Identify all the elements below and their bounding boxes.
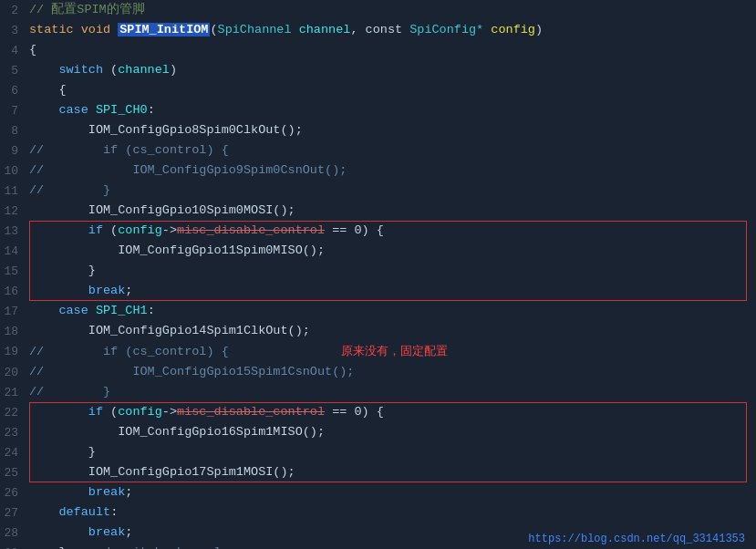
token: // } bbox=[29, 183, 110, 197]
token: IOM_ConfigGpio11Spim0MISO(); bbox=[29, 243, 325, 257]
token: break bbox=[88, 525, 126, 539]
line-content: } bbox=[26, 261, 756, 281]
line-content: IOM_ConfigGpio16Spim1MISO(); bbox=[26, 422, 756, 442]
token: { bbox=[29, 43, 36, 57]
token: static void bbox=[29, 23, 118, 36]
token: == 0) { bbox=[325, 223, 384, 237]
line-content: case SPI_CH1: bbox=[26, 301, 756, 321]
token: SPI_CH0 bbox=[96, 103, 148, 117]
code-line: 4{ bbox=[0, 40, 756, 60]
line-number: 8 bbox=[0, 124, 26, 138]
footer-link: https://blog.csdn.net/qq_33141353 bbox=[528, 533, 745, 545]
token: ) bbox=[170, 63, 177, 77]
code-line: 13 if (config->misc_disable_control == 0… bbox=[0, 221, 756, 241]
line-number: 16 bbox=[0, 285, 26, 298]
line-number: 7 bbox=[0, 104, 26, 118]
token: misc_disable_control bbox=[177, 405, 325, 419]
line-number: 20 bbox=[0, 366, 26, 379]
token: ; bbox=[125, 485, 132, 499]
token: IOM_ConfigGpio14Spim1ClkOut(); bbox=[29, 324, 310, 337]
line-number: 22 bbox=[0, 406, 26, 420]
token: -> bbox=[162, 405, 177, 419]
code-line: 14 IOM_ConfigGpio11Spim0MISO(); bbox=[0, 241, 756, 261]
line-number: 21 bbox=[0, 386, 26, 399]
line-content: if (config->misc_disable_control == 0) { bbox=[26, 402, 756, 422]
line-number: 3 bbox=[0, 24, 26, 37]
token: config bbox=[491, 23, 535, 36]
line-content: IOM_ConfigGpio10Spim0MOSI(); bbox=[26, 201, 756, 221]
line-number: 6 bbox=[0, 84, 26, 98]
code-line: 2// 配置SPIM的管脚 bbox=[0, 0, 756, 20]
token: 原来没有，固定配置 bbox=[302, 344, 448, 357]
code-line: 25 IOM_ConfigGpio17Spim1MOSI(); bbox=[0, 462, 756, 482]
code-line: 24 } bbox=[0, 442, 756, 462]
token: // if (cs_control) { bbox=[29, 143, 229, 157]
token: ( bbox=[103, 63, 118, 77]
token: // IOM_ConfigGpio9Spim0CsnOut(); bbox=[29, 163, 347, 177]
token bbox=[29, 525, 88, 539]
token: IOM_ConfigGpio16Spim1MISO(); bbox=[29, 425, 325, 439]
line-number: 12 bbox=[0, 204, 26, 218]
line-number: 4 bbox=[0, 44, 26, 57]
token bbox=[29, 405, 88, 419]
line-number: 15 bbox=[0, 264, 26, 278]
line-content: // } bbox=[26, 181, 756, 201]
token: channel bbox=[299, 23, 351, 36]
line-number: 14 bbox=[0, 244, 26, 258]
token bbox=[29, 505, 58, 519]
token bbox=[29, 485, 88, 499]
token bbox=[29, 304, 58, 317]
token: } bbox=[29, 264, 96, 277]
code-line: 15 } bbox=[0, 261, 756, 281]
token: if bbox=[88, 405, 103, 419]
token: default bbox=[58, 505, 110, 519]
token: break bbox=[88, 284, 126, 297]
line-number: 13 bbox=[0, 224, 26, 238]
token: ( bbox=[103, 405, 118, 419]
token: // 配置SPIM的管脚 bbox=[29, 3, 145, 16]
code-line: 18 IOM_ConfigGpio14Spim1ClkOut(); bbox=[0, 321, 756, 341]
token: « end switch channel » bbox=[74, 545, 236, 549]
code-line: 20// IOM_ConfigGpio15Spim1CsnOut(); bbox=[0, 362, 756, 382]
code-line: 16 break; bbox=[0, 281, 756, 301]
token: SpiChannel bbox=[218, 23, 299, 36]
code-block: 2// 配置SPIM的管脚3static void SPIM_InitIOM(S… bbox=[0, 0, 756, 549]
token: IOM_ConfigGpio8Spim0ClkOut(); bbox=[29, 123, 303, 137]
token: , const bbox=[350, 23, 409, 36]
code-line: 17 case SPI_CH1: bbox=[0, 301, 756, 321]
line-number: 5 bbox=[0, 64, 26, 78]
line-content: switch (channel) bbox=[26, 60, 756, 80]
token: SPI_CH1 bbox=[96, 304, 148, 317]
line-content: IOM_ConfigGpio17Spim1MOSI(); bbox=[26, 462, 756, 482]
token: if bbox=[88, 223, 103, 237]
line-content: break; bbox=[26, 281, 756, 301]
token: -> bbox=[162, 223, 177, 237]
token bbox=[29, 103, 58, 117]
token: ( bbox=[210, 23, 217, 36]
code-line: 22 if (config->misc_disable_control == 0… bbox=[0, 402, 756, 422]
line-content: } bbox=[26, 442, 756, 462]
code-line: 8 IOM_ConfigGpio8Spim0ClkOut(); bbox=[0, 120, 756, 140]
code-container: 2// 配置SPIM的管脚3static void SPIM_InitIOM(S… bbox=[0, 0, 756, 549]
token: channel bbox=[118, 63, 170, 77]
token: // if (cs_control) { bbox=[29, 345, 229, 358]
token: ; bbox=[125, 284, 132, 297]
code-line: 21// } bbox=[0, 382, 756, 402]
code-line: 12 IOM_ConfigGpio10Spim0MOSI(); bbox=[0, 201, 756, 221]
code-line: 11// } bbox=[0, 181, 756, 201]
token: SPIM_InitIOM bbox=[118, 23, 210, 36]
line-content: { bbox=[26, 80, 756, 100]
token: ( bbox=[103, 223, 118, 237]
line-content: if (config->misc_disable_control == 0) { bbox=[26, 221, 756, 241]
line-content: { bbox=[26, 40, 756, 60]
token: SpiConfig* bbox=[409, 23, 491, 36]
code-line: 10// IOM_ConfigGpio9Spim0CsnOut(); bbox=[0, 161, 756, 181]
line-content: IOM_ConfigGpio8Spim0ClkOut(); bbox=[26, 120, 756, 140]
token: IOM_ConfigGpio10Spim0MOSI(); bbox=[29, 203, 295, 217]
token bbox=[29, 284, 88, 297]
line-content: IOM_ConfigGpio14Spim1ClkOut(); bbox=[26, 321, 756, 341]
line-number: 24 bbox=[0, 446, 26, 460]
line-number: 25 bbox=[0, 466, 26, 480]
line-number: 18 bbox=[0, 325, 26, 338]
token: IOM_ConfigGpio17Spim1MOSI(); bbox=[29, 465, 295, 479]
